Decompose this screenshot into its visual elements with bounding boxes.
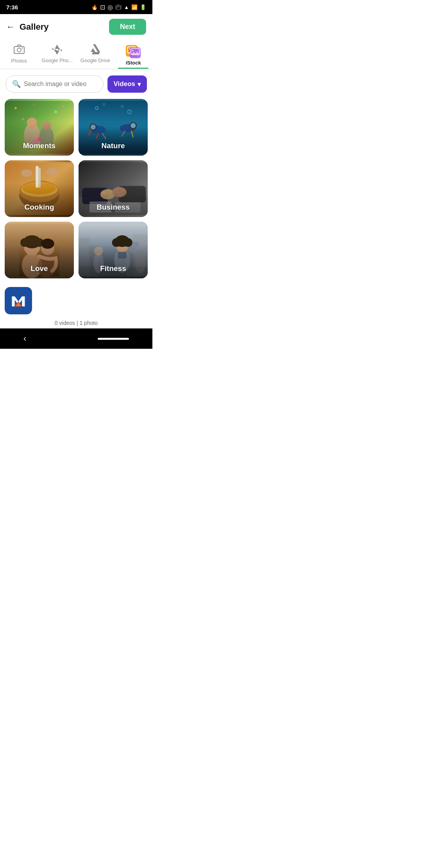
svg-point-17 bbox=[132, 50, 134, 51]
back-button[interactable]: ← bbox=[6, 22, 15, 32]
tab-gphotos[interactable]: Google Pho... bbox=[38, 39, 77, 69]
vibrate-icon: 📳 bbox=[115, 4, 122, 10]
tab-photos[interactable]: Photos bbox=[0, 39, 38, 69]
videos-label: Videos bbox=[114, 80, 135, 88]
status-bar: 7:36 🔥 ⊡ ◎ 📳 ▲ 📶 🔋 bbox=[0, 0, 152, 14]
app-icon-row bbox=[5, 285, 148, 316]
page-title: Gallery bbox=[20, 22, 49, 32]
clipboard-icon: ⊡ bbox=[100, 4, 105, 11]
next-button[interactable]: Next bbox=[109, 19, 146, 35]
category-card-moments[interactable]: Moments bbox=[5, 99, 74, 156]
header-left: ← Gallery bbox=[6, 22, 49, 32]
card-moments-label: Moments bbox=[5, 142, 74, 150]
gdrive-icon bbox=[89, 43, 102, 57]
category-card-business[interactable]: Business bbox=[79, 160, 148, 217]
card-love-label: Love bbox=[5, 264, 74, 273]
category-card-nature[interactable]: Nature bbox=[79, 99, 148, 156]
bottom-section bbox=[0, 283, 152, 316]
tabs-bar: Photos Google Pho... Google Drive bbox=[0, 39, 152, 69]
category-card-cooking[interactable]: Cooking bbox=[5, 160, 74, 217]
tab-photos-label: Photos bbox=[11, 58, 27, 64]
app-icon[interactable] bbox=[5, 287, 32, 314]
card-business-label: Business bbox=[79, 203, 148, 212]
nav-back-button[interactable]: ‹ bbox=[23, 334, 26, 344]
gphotos-icon bbox=[51, 43, 63, 57]
signal-icon: 📶 bbox=[131, 4, 138, 10]
nav-bar: ‹ bbox=[0, 328, 152, 349]
search-icon: 🔍 bbox=[12, 80, 21, 88]
search-input-wrap[interactable]: 🔍 bbox=[5, 75, 104, 93]
istock-icon bbox=[126, 43, 141, 60]
camera-icon bbox=[13, 43, 25, 58]
wifi-icon: ▲ bbox=[124, 4, 129, 10]
category-card-love[interactable]: Love bbox=[5, 222, 74, 278]
status-time: 7:36 bbox=[6, 4, 18, 11]
header: ← Gallery Next bbox=[0, 14, 152, 39]
battery-icon: 🔋 bbox=[140, 4, 146, 10]
tab-istock-label: iStock bbox=[126, 60, 141, 66]
card-nature-label: Nature bbox=[79, 142, 148, 150]
tab-gdrive-label: Google Drive bbox=[80, 57, 110, 63]
svg-point-2 bbox=[21, 48, 23, 49]
search-section: 🔍 Videos ▾ bbox=[0, 69, 152, 99]
tab-gdrive[interactable]: Google Drive bbox=[76, 39, 114, 69]
flame-icon: 🔥 bbox=[91, 4, 98, 10]
category-grid: Moments bbox=[0, 99, 152, 283]
status-icons: 🔥 ⊡ ◎ 📳 ▲ 📶 🔋 bbox=[91, 4, 146, 11]
videos-filter-button[interactable]: Videos ▾ bbox=[107, 75, 147, 93]
tab-istock[interactable]: iStock bbox=[114, 39, 153, 69]
nav-home-pill[interactable] bbox=[98, 338, 129, 340]
chevron-down-icon: ▾ bbox=[138, 81, 141, 88]
at-icon: ◎ bbox=[107, 4, 113, 11]
svg-marker-9 bbox=[92, 52, 100, 54]
card-fitness-label: Fitness bbox=[79, 264, 148, 273]
svg-marker-8 bbox=[91, 48, 95, 52]
svg-point-1 bbox=[17, 48, 21, 52]
tab-gphotos-label: Google Pho... bbox=[42, 57, 73, 63]
search-input[interactable] bbox=[24, 81, 97, 88]
footer-count: 0 videos | 1 photo bbox=[0, 316, 152, 328]
svg-rect-0 bbox=[14, 47, 24, 54]
card-cooking-label: Cooking bbox=[5, 203, 74, 212]
category-card-fitness[interactable]: Fitness bbox=[79, 222, 148, 278]
